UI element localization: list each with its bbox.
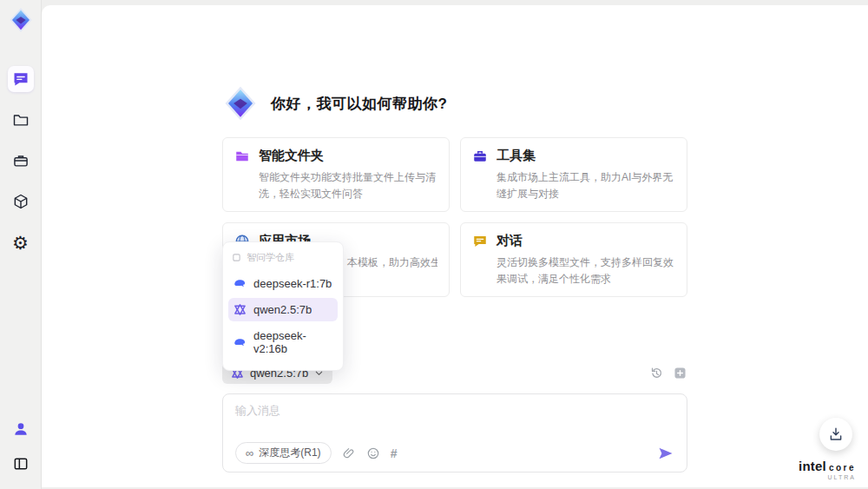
- card-description: 集成市场上主流工具，助力AI与外界无缝扩展与对接: [496, 169, 675, 202]
- model-option-label: deepseek-v2:16b: [253, 329, 332, 355]
- download-button[interactable]: [819, 418, 852, 451]
- card-dialog[interactable]: 对话 灵活切换多模型文件，支持多样回复效果调试，满足个性化需求: [460, 222, 687, 297]
- deepthink-icon: ∞: [246, 447, 253, 459]
- message-input[interactable]: 输入消息 ∞ 深度思考(R1) #: [222, 393, 687, 472]
- briefcase-icon: [12, 152, 30, 169]
- card-description: 灵活切换多模型文件，支持多样回复效果调试，满足个性化需求: [496, 254, 675, 287]
- emoji-icon[interactable]: [366, 446, 380, 460]
- model-option-qwen[interactable]: qwen2.5:7b: [228, 298, 338, 321]
- user-icon: [12, 420, 30, 438]
- intel-brand-text: intel: [799, 459, 826, 472]
- sidebar-bottom: [8, 416, 34, 477]
- chat-bubble-icon: [472, 234, 488, 249]
- greeting: 你好，我可以如何帮助你?: [222, 5, 687, 122]
- main-panel: 你好，我可以如何帮助你? 智能文件夹 智能文件夹功能支持批量文件上传与清洗，轻松…: [42, 5, 868, 487]
- intel-ultra-text: ULTRA: [828, 474, 856, 480]
- attachment-icon[interactable]: [342, 446, 356, 460]
- model-dropdown: 智问学仓库 deepseek-r1:7b qwen2.5:7b deep: [222, 241, 344, 371]
- folder-icon: [12, 111, 30, 129]
- chat-icon: [12, 70, 30, 88]
- sidebar-item-models[interactable]: [8, 188, 34, 215]
- download-icon: [828, 426, 844, 442]
- model-option-label: qwen2.5:7b: [253, 303, 312, 316]
- new-chat-icon[interactable]: [673, 366, 687, 380]
- sidebar-nav: ⚙: [8, 66, 34, 255]
- card-title: 工具集: [496, 148, 536, 164]
- greeting-text: 你好，我可以如何帮助你?: [271, 94, 447, 114]
- card-toolset[interactable]: 工具集 集成市场上主流工具，助力AI与外界无缝扩展与对接: [460, 137, 687, 212]
- deepseek-whale-icon: [233, 277, 247, 290]
- sidebar-item-settings[interactable]: ⚙: [8, 229, 34, 255]
- sidebar-item-account[interactable]: [8, 416, 34, 442]
- send-icon[interactable]: [657, 445, 674, 462]
- panel-toggle-icon: [12, 455, 30, 472]
- sidebar-item-collapse[interactable]: [8, 451, 34, 477]
- app-logo-large-icon: [222, 85, 259, 122]
- sidebar: ⚙: [0, 0, 42, 489]
- deepseek-whale-icon: [233, 336, 247, 349]
- history-icon[interactable]: [649, 366, 664, 380]
- briefcase-icon: [472, 149, 488, 164]
- sidebar-item-chat[interactable]: [8, 66, 34, 92]
- hash-icon[interactable]: #: [391, 446, 397, 460]
- sidebar-item-toolbox[interactable]: [8, 148, 34, 174]
- input-placeholder: 输入消息: [235, 403, 674, 419]
- model-option-deepseek-r1[interactable]: deepseek-r1:7b: [228, 272, 338, 295]
- model-option-deepseek-v2[interactable]: deepseek-v2:16b: [228, 324, 338, 360]
- sidebar-item-folders[interactable]: [8, 107, 34, 133]
- repo-icon: [232, 253, 241, 262]
- cube-icon: [12, 193, 30, 210]
- model-dropdown-header: 智问学仓库: [223, 248, 343, 269]
- input-toolbar: ∞ 深度思考(R1) #: [235, 442, 674, 464]
- card-title: 智能文件夹: [259, 148, 324, 164]
- deepthink-label: 深度思考(R1): [259, 446, 320, 460]
- intel-core-text: core: [829, 464, 856, 472]
- deepthink-toggle-button[interactable]: ∞ 深度思考(R1): [235, 442, 332, 464]
- folder-icon: [234, 149, 250, 164]
- intel-core-logo: intel core ULTRA: [799, 459, 856, 480]
- gear-icon: ⚙: [12, 234, 29, 252]
- card-description: 智能文件夹功能支持批量文件上传与清洗，轻松实现文件问答: [259, 169, 437, 202]
- model-option-label: deepseek-r1:7b: [253, 277, 332, 290]
- card-smart-folder[interactable]: 智能文件夹 智能文件夹功能支持批量文件上传与清洗，轻松实现文件问答: [222, 137, 450, 212]
- card-title: 对话: [496, 233, 523, 249]
- model-dropdown-header-label: 智问学仓库: [247, 251, 294, 264]
- qwen-icon: [233, 303, 247, 316]
- app-logo-icon[interactable]: [8, 7, 34, 33]
